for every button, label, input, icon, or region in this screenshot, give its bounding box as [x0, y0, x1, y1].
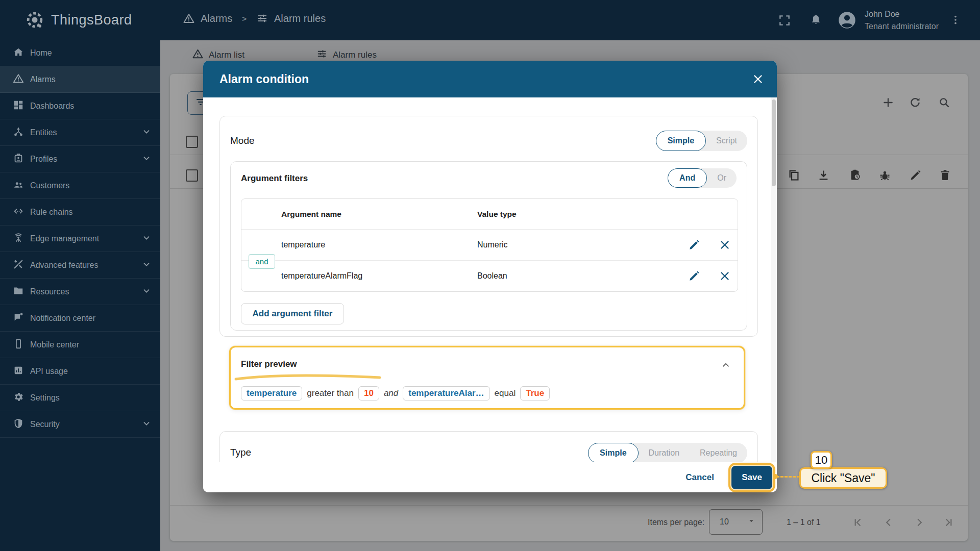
kebab-menu-icon[interactable] [950, 14, 961, 28]
type-option-duration[interactable]: Duration [639, 443, 690, 462]
user-role: Tenant administrator [865, 21, 939, 31]
operator-option-and[interactable]: And [668, 168, 707, 188]
type-option-simple[interactable]: Simple [588, 443, 638, 462]
sidebar-item-label: Resources [30, 287, 136, 296]
breadcrumb-separator: > [242, 14, 247, 23]
dialog-scrollbar[interactable] [771, 97, 777, 462]
type-label: Type [230, 447, 251, 458]
row-join-chip: and [249, 254, 275, 269]
expression-argument-chip: temperature [241, 386, 302, 400]
thingsboard-app: ThingsBoard Alarms > Alarm rules John Do… [0, 0, 980, 551]
operator-toggle: And Or [668, 168, 737, 188]
filter-expression: temperature greater than 10 and temperat… [241, 386, 550, 400]
collapse-chevron-up-icon[interactable] [720, 360, 731, 373]
dialog-footer: Cancel Save [203, 462, 777, 492]
edit-pencil-icon[interactable] [688, 238, 701, 252]
sidebar-item-home[interactable]: Home [0, 40, 160, 66]
fullscreen-icon[interactable] [778, 14, 791, 29]
expression-argument-chip: temperatureAlar… [403, 386, 489, 400]
sidebar-item-label: Rule chains [30, 208, 151, 217]
save-button[interactable]: Save [731, 466, 772, 489]
mode-section: Mode Simple Script Argument filters And … [219, 116, 758, 337]
annotation-step-number: 10 [811, 451, 832, 469]
sidebar-item-label: Edge management [30, 234, 136, 243]
alarm-rules-breadcrumb-icon [256, 12, 268, 24]
mode-toggle: Simple Script [656, 131, 747, 151]
dialog-title: Alarm condition [219, 72, 751, 86]
user-name: John Doe [865, 9, 900, 19]
argument-name-value: temperatureAlarmFlag [281, 271, 362, 281]
folder-icon [13, 285, 24, 298]
sidebar-item-resources[interactable]: Resources [0, 279, 160, 305]
column-argument-name: Argument name [281, 210, 341, 219]
sidebar-item-customers[interactable]: Customers [0, 172, 160, 199]
warning-icon [13, 73, 24, 86]
alarm-condition-dialog: Alarm condition Mode Simple Script Argum… [203, 61, 777, 492]
type-option-repeating[interactable]: Repeating [690, 443, 747, 462]
sidebar-item-security[interactable]: Security [0, 411, 160, 438]
app-header: ThingsBoard Alarms > Alarm rules John Do… [0, 0, 980, 40]
sidebar-item-label: Security [30, 420, 136, 429]
sidebar-item-label: API usage [30, 367, 151, 376]
breadcrumb-section[interactable]: Alarms [201, 13, 232, 24]
chevron-down-icon [142, 286, 151, 297]
remove-x-icon[interactable] [718, 238, 731, 252]
sidebar-item-label: Customers [30, 181, 151, 190]
notifications-bell-icon[interactable] [809, 13, 823, 29]
breadcrumb: Alarms > Alarm rules [183, 12, 326, 24]
sidebar-item-label: Advanced features [30, 261, 136, 270]
value-type-value: Numeric [477, 240, 508, 249]
mode-option-script[interactable]: Script [706, 131, 747, 151]
sidebar-item-label: Dashboards [30, 102, 151, 111]
sidebar-item-profiles[interactable]: Profiles [0, 146, 160, 172]
table-header-row: Argument name Value type [241, 199, 738, 229]
filter-preview-title: Filter preview [241, 359, 297, 369]
app-title: ThingsBoard [51, 12, 132, 28]
close-icon[interactable] [751, 72, 765, 86]
sidebar-item-label: Mobile center [30, 340, 151, 349]
operator-option-or[interactable]: Or [707, 168, 737, 188]
cancel-button[interactable]: Cancel [680, 468, 719, 487]
shield-icon [13, 418, 24, 431]
scrollbar-thumb[interactable] [772, 99, 776, 186]
sidebar-item-label: Entities [30, 128, 136, 137]
home-icon [13, 46, 24, 60]
sidebar-item-label: Settings [30, 393, 151, 403]
sidebar-item-alarms[interactable]: Alarms [0, 66, 160, 93]
expression-join: and [384, 388, 398, 398]
sidebar-item-advanced-features[interactable]: Advanced features [0, 252, 160, 279]
profiles-icon [13, 153, 24, 166]
sidebar-item-label: Notification center [30, 314, 151, 323]
customers-icon [13, 179, 24, 192]
marker-underline [232, 373, 385, 384]
rule-chains-icon [13, 206, 24, 219]
sidebar-item-dashboards[interactable]: Dashboards [0, 93, 160, 119]
sidebar-item-notification-center[interactable]: Notification center [0, 305, 160, 332]
sidebar-item-entities[interactable]: Entities [0, 119, 160, 146]
chevron-down-icon [142, 127, 151, 138]
tools-icon [13, 259, 24, 272]
gear-icon [13, 391, 24, 405]
sidebar: Home Alarms Dashboards Entities Profiles… [0, 40, 160, 551]
remove-x-icon[interactable] [718, 269, 731, 283]
sidebar-item-edge-management[interactable]: Edge management [0, 226, 160, 252]
chevron-down-icon [142, 419, 151, 430]
edit-pencil-icon[interactable] [688, 269, 701, 283]
sidebar-item-mobile-center[interactable]: Mobile center [0, 332, 160, 358]
add-argument-filter-button[interactable]: Add argument filter [241, 303, 344, 324]
sidebar-item-rule-chains[interactable]: Rule chains [0, 199, 160, 226]
notification-icon [13, 312, 24, 325]
table-row: temperatureAlarmFlag Boolean [241, 260, 738, 291]
annotation-connector-dot [773, 474, 778, 479]
mode-option-simple[interactable]: Simple [656, 131, 706, 151]
expression-operator: equal [495, 388, 516, 398]
breadcrumb-page: Alarm rules [274, 13, 326, 24]
sidebar-item-api-usage[interactable]: API usage [0, 358, 160, 385]
sidebar-item-settings[interactable]: Settings [0, 385, 160, 411]
dialog-body: Mode Simple Script Argument filters And … [203, 97, 777, 462]
avatar[interactable] [837, 10, 857, 32]
chevron-down-icon [142, 260, 151, 271]
value-type-value: Boolean [477, 271, 507, 281]
table-row: temperature Numeric [241, 229, 738, 260]
expression-operator: greater than [307, 388, 354, 398]
